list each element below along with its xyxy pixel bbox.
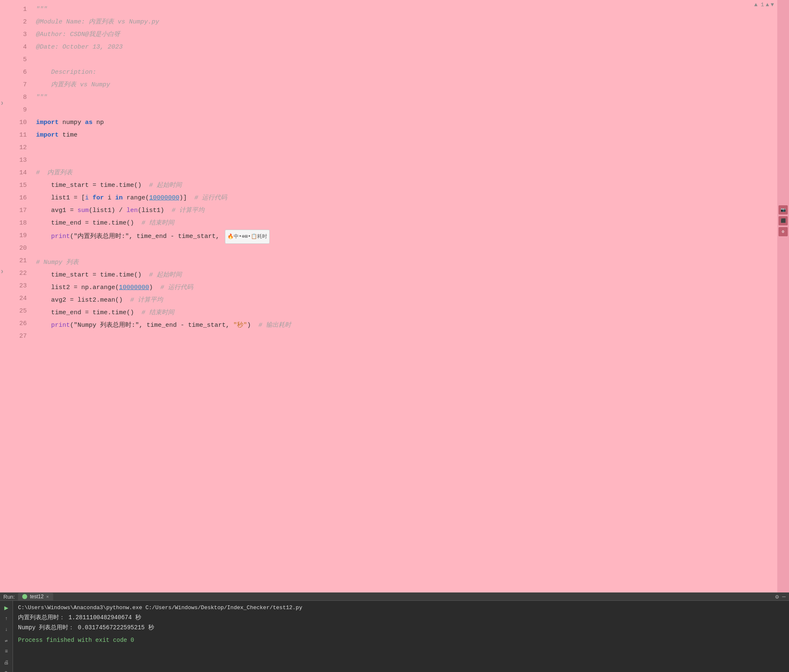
line-num-27: 27 <box>19 330 27 343</box>
line-23: list2 = np.arange( 10000000 ) # 运行代码 <box>36 282 777 294</box>
line-21: # Numpy 列表 <box>36 256 777 269</box>
line-num-23: 23 <box>19 280 27 292</box>
line-5 <box>36 54 777 66</box>
line-num-10: 10 <box>19 116 27 129</box>
line-3: @Author: CSDN@我是小白呀 <box>36 28 777 41</box>
line-16: list1 = [ i for i in range( 10000000 )] … <box>36 192 777 204</box>
fold-arrow-1[interactable]: ❯ <box>0 101 7 106</box>
line-numbers: 1 2 3 4 5 6 7 8 9 10 11 12 13 14 15 16 1… <box>7 0 32 592</box>
line-19: print ("内置列表总用时:", time_end - time_start… <box>36 230 777 244</box>
line-num-19: 19 <box>19 230 27 242</box>
tab-status-icon <box>22 594 27 599</box>
line-18: time_end = time.time() # 结束时间 <box>36 217 777 230</box>
scroll-down-button[interactable]: ↓ <box>2 625 11 634</box>
line-num-17: 17 <box>19 204 27 217</box>
wrap-button[interactable]: ⇌ <box>2 636 11 645</box>
output-finish: Process finished with exit code 0 <box>18 635 784 645</box>
badge-text: ▲ 1 <box>754 2 764 8</box>
line-num-18: 18 <box>19 217 27 230</box>
settings-icon[interactable]: ⚙ <box>779 227 788 236</box>
line-12 <box>36 142 777 154</box>
bottom-content: ▶ ↑ ↓ ⇌ ≡ 🖨 🗑 C:\Users\Windows\Anaconda3… <box>0 601 789 672</box>
line-11: import time <box>36 129 777 142</box>
line-13 <box>36 154 777 167</box>
line-num-5: 5 <box>23 54 27 66</box>
line-17: avg1 = sum (list1) / len (list1) # 计算平均 <box>36 204 777 217</box>
minimize-icon[interactable]: — <box>782 593 786 600</box>
tooltip-overlay: 🔥中•⊕⊞•📋耗时 <box>225 230 270 244</box>
line-num-26: 26 <box>19 318 27 330</box>
line-num-16: 16 <box>19 192 27 204</box>
output-path: C:\Users\Windows\Anaconda3\pythonw.exe C… <box>18 603 784 613</box>
top-right-badge: ▲ 1 ▲ ▼ <box>754 2 774 8</box>
line-2: @Module Name: 内置列表 vs Numpy.py <box>36 16 777 28</box>
line-num-24: 24 <box>19 292 27 305</box>
line-num-12: 12 <box>19 142 27 154</box>
line-15: time_start = time.time() # 起始时间 <box>36 179 777 192</box>
line-7: 内置列表 vs Numpy <box>36 79 777 91</box>
line-num-13: 13 <box>19 154 27 167</box>
line-24: avg2 = list2.mean() # 计算平均 <box>36 294 777 307</box>
tab-close-button[interactable]: × <box>46 594 49 599</box>
line-num-20: 20 <box>19 242 27 255</box>
line-1: """ <box>36 3 777 16</box>
line-num-4: 4 <box>23 41 27 54</box>
line-10: import numpy as np <box>36 116 777 129</box>
line-num-11: 11 <box>19 129 27 142</box>
bottom-settings-icon[interactable]: ⚙ <box>775 593 779 600</box>
play-button[interactable]: ▶ <box>2 603 11 613</box>
bottom-toolbar: Run: test12 × ⚙ — <box>0 593 789 601</box>
line-num-21: 21 <box>19 255 27 267</box>
bottom-panel: Run: test12 × ⚙ — ▶ ↑ ↓ ⇌ ≡ 🖨 🗑 C:\Users… <box>0 592 789 672</box>
code-content: """ @Module Name: 内置列表 vs Numpy.py @Auth… <box>32 0 777 592</box>
line-6: Description: <box>36 66 777 79</box>
line-26: print ("Numpy 列表总用时:", time_end - time_s… <box>36 319 777 332</box>
line-8: """ <box>36 91 777 104</box>
line-22: time_start = time.time() # 起始时间 <box>36 269 777 282</box>
output-line1: 内置列表总用时： 1.2811100482940674 秒 <box>18 613 784 623</box>
run-label: Run: <box>3 594 15 600</box>
tab-name: test12 <box>30 594 44 600</box>
output-area: C:\Users\Windows\Anaconda3\pythonw.exe C… <box>13 601 789 672</box>
camera-icon[interactable]: 📷 <box>779 205 788 215</box>
line-num-2: 2 <box>23 16 27 28</box>
line-20 <box>36 244 777 256</box>
line-num-6: 6 <box>23 66 27 79</box>
line-4: @Date: October 13, 2023 <box>36 41 777 54</box>
line-num-25: 25 <box>19 305 27 318</box>
line-27 <box>36 332 777 344</box>
line-9 <box>36 104 777 116</box>
line-num-3: 3 <box>23 28 27 41</box>
side-actions: ▶ ↑ ↓ ⇌ ≡ 🖨 🗑 <box>0 601 13 672</box>
right-icons: 📷 ⬛ ⚙ <box>777 0 789 592</box>
trash-button[interactable]: 🗑 <box>2 669 11 672</box>
line-14: # 内置列表 <box>36 167 777 179</box>
line-num-22: 22 <box>19 267 27 280</box>
line-num-7: 7 <box>23 79 27 91</box>
line-num-9: 9 <box>23 104 27 116</box>
editor-area: ❯ ❯ 1 2 3 4 5 6 7 8 9 10 11 12 13 14 15 … <box>0 0 789 592</box>
chevron-up-icon[interactable]: ▲ <box>766 2 769 8</box>
line-25: time_end = time.time() # 结束时间 <box>36 307 777 319</box>
filter-button[interactable]: ≡ <box>2 647 11 656</box>
line-num-1: 1 <box>23 3 27 16</box>
output-line2: Numpy 列表总用时： 0.03174567222595215 秒 <box>18 623 784 633</box>
chevron-down-icon[interactable]: ▼ <box>771 2 774 8</box>
record-icon[interactable]: ⬛ <box>779 216 788 225</box>
left-margin: ❯ ❯ <box>0 0 7 592</box>
print-button[interactable]: 🖨 <box>2 658 11 667</box>
run-tab[interactable]: test12 × <box>18 593 53 600</box>
line-num-8: 8 <box>23 91 27 104</box>
line-num-14: 14 <box>19 167 27 179</box>
fold-arrow-2[interactable]: ❯ <box>0 269 7 274</box>
scroll-up-button[interactable]: ↑ <box>2 614 11 623</box>
line-num-15: 15 <box>19 179 27 192</box>
